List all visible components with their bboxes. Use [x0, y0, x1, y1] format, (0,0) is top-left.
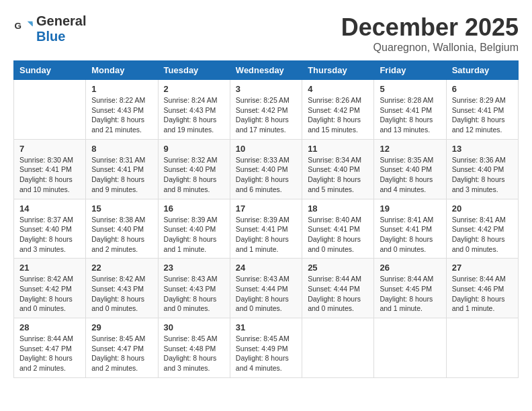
day-number: 10 [236, 144, 296, 154]
calendar-cell [446, 318, 518, 378]
calendar-cell: 14Sunrise: 8:37 AMSunset: 4:40 PMDayligh… [14, 199, 86, 259]
day-info: Sunrise: 8:45 AMSunset: 4:48 PMDaylight:… [164, 334, 224, 373]
day-info: Sunrise: 8:22 AMSunset: 4:43 PMDaylight:… [91, 95, 152, 135]
calendar-cell: 28Sunrise: 8:44 AMSunset: 4:47 PMDayligh… [14, 318, 86, 378]
calendar-cell: 7Sunrise: 8:30 AMSunset: 4:41 PMDaylight… [14, 139, 86, 199]
day-number: 23 [164, 263, 224, 273]
calendar-cell: 16Sunrise: 8:39 AMSunset: 4:40 PMDayligh… [158, 199, 230, 259]
calendar-cell: 6Sunrise: 8:29 AMSunset: 4:41 PMDaylight… [446, 80, 518, 140]
calendar-cell [374, 318, 446, 378]
day-number: 17 [236, 203, 296, 214]
day-number: 5 [380, 84, 440, 94]
calendar-cell: 21Sunrise: 8:42 AMSunset: 4:42 PMDayligh… [14, 259, 86, 318]
day-info: Sunrise: 8:39 AMSunset: 4:41 PMDaylight:… [236, 215, 296, 255]
day-info: Sunrise: 8:43 AMSunset: 4:44 PMDaylight:… [236, 274, 296, 314]
calendar-day-header: Saturday [446, 61, 518, 80]
day-info: Sunrise: 8:35 AMSunset: 4:40 PMDaylight:… [380, 155, 440, 195]
day-number: 3 [236, 84, 296, 94]
calendar-cell: 5Sunrise: 8:28 AMSunset: 4:41 PMDaylight… [374, 80, 446, 140]
calendar-week-row: 21Sunrise: 8:42 AMSunset: 4:42 PMDayligh… [14, 259, 519, 318]
calendar-week-row: 14Sunrise: 8:37 AMSunset: 4:40 PMDayligh… [14, 199, 519, 259]
day-info: Sunrise: 8:44 AMSunset: 4:44 PMDaylight:… [308, 274, 368, 314]
calendar-cell: 19Sunrise: 8:41 AMSunset: 4:41 PMDayligh… [374, 199, 446, 259]
calendar-day-header: Sunday [14, 61, 86, 80]
day-number: 11 [308, 144, 368, 154]
logo-icon: G [13, 19, 34, 39]
calendar-cell: 8Sunrise: 8:31 AMSunset: 4:41 PMDaylight… [86, 139, 158, 199]
month-title: December 2025 [341, 13, 519, 42]
calendar-cell: 18Sunrise: 8:40 AMSunset: 4:41 PMDayligh… [302, 199, 374, 259]
calendar-header-row: SundayMondayTuesdayWednesdayThursdayFrid… [14, 61, 519, 80]
page-header: G General Blue December 2025 Quaregnon, … [13, 13, 519, 54]
calendar-week-row: 7Sunrise: 8:30 AMSunset: 4:41 PMDaylight… [14, 139, 519, 199]
day-number: 6 [452, 84, 513, 94]
day-info: Sunrise: 8:44 AMSunset: 4:47 PMDaylight:… [19, 334, 80, 373]
calendar-day-header: Thursday [302, 61, 374, 80]
day-info: Sunrise: 8:39 AMSunset: 4:40 PMDaylight:… [164, 215, 224, 255]
calendar-cell: 3Sunrise: 8:25 AMSunset: 4:42 PMDaylight… [230, 80, 302, 140]
day-info: Sunrise: 8:45 AMSunset: 4:49 PMDaylight:… [236, 334, 296, 373]
day-info: Sunrise: 8:32 AMSunset: 4:40 PMDaylight:… [164, 155, 224, 195]
calendar-cell: 20Sunrise: 8:41 AMSunset: 4:42 PMDayligh… [446, 199, 518, 259]
day-info: Sunrise: 8:38 AMSunset: 4:40 PMDaylight:… [91, 215, 152, 255]
calendar-cell: 10Sunrise: 8:33 AMSunset: 4:40 PMDayligh… [230, 139, 302, 199]
day-number: 19 [380, 203, 440, 214]
day-number: 24 [236, 263, 296, 273]
calendar-day-header: Tuesday [158, 61, 230, 80]
day-number: 13 [452, 144, 513, 154]
calendar-cell: 9Sunrise: 8:32 AMSunset: 4:40 PMDaylight… [158, 139, 230, 199]
day-info: Sunrise: 8:33 AMSunset: 4:40 PMDaylight:… [236, 155, 296, 195]
calendar-day-header: Friday [374, 61, 446, 80]
day-number: 18 [308, 203, 368, 214]
day-info: Sunrise: 8:37 AMSunset: 4:40 PMDaylight:… [19, 215, 80, 255]
svg-text:G: G [15, 21, 22, 31]
day-number: 21 [19, 263, 80, 273]
day-info: Sunrise: 8:26 AMSunset: 4:42 PMDaylight:… [308, 95, 368, 135]
calendar-cell: 2Sunrise: 8:24 AMSunset: 4:43 PMDaylight… [158, 80, 230, 140]
calendar-cell: 15Sunrise: 8:38 AMSunset: 4:40 PMDayligh… [86, 199, 158, 259]
calendar-cell: 26Sunrise: 8:44 AMSunset: 4:45 PMDayligh… [374, 259, 446, 318]
day-info: Sunrise: 8:36 AMSunset: 4:40 PMDaylight:… [452, 155, 513, 195]
calendar-cell: 22Sunrise: 8:42 AMSunset: 4:43 PMDayligh… [86, 259, 158, 318]
calendar-cell [302, 318, 374, 378]
day-info: Sunrise: 8:40 AMSunset: 4:41 PMDaylight:… [308, 215, 368, 255]
logo-general: General [36, 13, 86, 28]
day-info: Sunrise: 8:28 AMSunset: 4:41 PMDaylight:… [380, 95, 440, 135]
calendar-cell: 30Sunrise: 8:45 AMSunset: 4:48 PMDayligh… [158, 318, 230, 378]
day-info: Sunrise: 8:44 AMSunset: 4:46 PMDaylight:… [452, 274, 513, 314]
calendar-cell: 17Sunrise: 8:39 AMSunset: 4:41 PMDayligh… [230, 199, 302, 259]
day-number: 14 [19, 203, 80, 214]
calendar-cell: 31Sunrise: 8:45 AMSunset: 4:49 PMDayligh… [230, 318, 302, 378]
day-number: 12 [380, 144, 440, 154]
calendar-week-row: 28Sunrise: 8:44 AMSunset: 4:47 PMDayligh… [14, 318, 519, 378]
calendar-cell [14, 80, 86, 140]
calendar-cell: 23Sunrise: 8:43 AMSunset: 4:43 PMDayligh… [158, 259, 230, 318]
day-number: 7 [19, 144, 80, 154]
day-number: 9 [164, 144, 224, 154]
day-info: Sunrise: 8:41 AMSunset: 4:42 PMDaylight:… [452, 215, 513, 255]
day-number: 28 [19, 322, 80, 332]
day-number: 25 [308, 263, 368, 273]
day-number: 4 [308, 84, 368, 94]
calendar-cell: 29Sunrise: 8:45 AMSunset: 4:47 PMDayligh… [86, 318, 158, 378]
calendar-cell: 27Sunrise: 8:44 AMSunset: 4:46 PMDayligh… [446, 259, 518, 318]
calendar-cell: 24Sunrise: 8:43 AMSunset: 4:44 PMDayligh… [230, 259, 302, 318]
calendar-cell: 1Sunrise: 8:22 AMSunset: 4:43 PMDaylight… [86, 80, 158, 140]
day-info: Sunrise: 8:25 AMSunset: 4:42 PMDaylight:… [236, 95, 296, 135]
day-number: 29 [91, 322, 152, 332]
calendar-table: SundayMondayTuesdayWednesdayThursdayFrid… [13, 60, 519, 378]
day-info: Sunrise: 8:45 AMSunset: 4:47 PMDaylight:… [91, 334, 152, 373]
day-number: 15 [91, 203, 152, 214]
calendar-week-row: 1Sunrise: 8:22 AMSunset: 4:43 PMDaylight… [14, 80, 519, 140]
day-info: Sunrise: 8:44 AMSunset: 4:45 PMDaylight:… [380, 274, 440, 314]
day-number: 2 [164, 84, 224, 94]
day-info: Sunrise: 8:34 AMSunset: 4:40 PMDaylight:… [308, 155, 368, 195]
calendar-day-header: Wednesday [230, 61, 302, 80]
logo-blue: Blue [36, 29, 65, 44]
day-number: 1 [91, 84, 152, 94]
day-number: 22 [91, 263, 152, 273]
calendar-cell: 12Sunrise: 8:35 AMSunset: 4:40 PMDayligh… [374, 139, 446, 199]
calendar-cell: 13Sunrise: 8:36 AMSunset: 4:40 PMDayligh… [446, 139, 518, 199]
calendar-cell: 4Sunrise: 8:26 AMSunset: 4:42 PMDaylight… [302, 80, 374, 140]
day-number: 31 [236, 322, 296, 332]
